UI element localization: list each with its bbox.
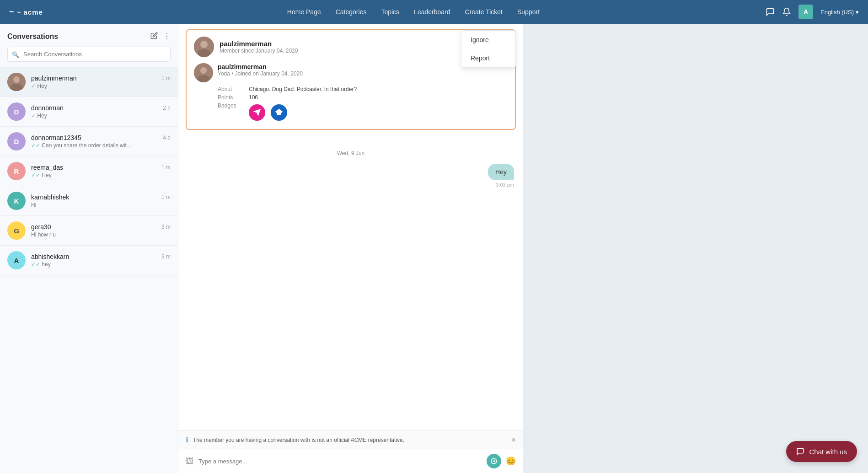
list-item[interactable]: paulzimmerman 1 m ✓ Hey [0,67,178,97]
points-row: Points 106 [218,94,508,101]
emoji-button[interactable]: 😊 [506,456,516,466]
list-item[interactable]: D donnorman12345 4 d ✓✓ Can you share th… [0,127,178,156]
chat-messages-area: Wed, 9 Jun Hey 3:03 pm [178,135,523,430]
conversation-info: abhishekkarn_ 3 m ✓✓ hey [31,253,171,268]
image-attach-button[interactable]: 🖼 [186,457,194,466]
info-icon: ℹ [186,435,188,444]
warning-bar: ℹ The member you are having a conversati… [178,430,523,449]
nav-support[interactable]: Support [517,8,540,16]
conversation-info: donnorman 2 h ✓ Hey [31,104,171,119]
more-options-icon[interactable]: ⋮ [163,32,171,41]
conv-preview: Hi how r u [31,231,171,238]
nav-categories[interactable]: Categories [336,8,367,16]
about-value: Chicago. Dog Dad. Podcaster. In that ord… [249,86,357,92]
conv-time: 4 d [163,134,171,141]
avatar: D [7,102,26,121]
user-card-member-since: Member since January 04, 2020 [220,48,298,54]
message-time: 3:03 pm [496,182,514,188]
conv-preview: ✓ Hey [31,83,171,89]
sidebar-title: Conversations [7,32,58,41]
bell-icon[interactable] [782,7,791,16]
brand-icon: ~ [9,7,14,17]
chat-icon[interactable] [766,7,775,16]
report-menu-item[interactable]: Report [461,49,515,67]
avatar: D [7,132,26,150]
nav-links: Home Page Categories Topics Leaderboard … [61,8,766,16]
conv-time: 1 m [161,194,171,200]
conv-name: paulzimmerman [31,75,77,82]
date-separator: Wed, 9 Jun [188,150,514,156]
right-outer-area [523,24,868,473]
conv-preview: ✓✓ Hey [31,172,171,178]
search-icon: 🔍 [12,51,19,58]
brand-logo[interactable]: ~ ~ acme [9,7,43,17]
list-item[interactable]: K karnabhishek 1 m Hi [0,186,178,216]
warning-close-button[interactable]: ✕ [511,437,516,443]
nav-topics[interactable]: Topics [381,8,399,16]
message-block-right: Hey 3:03 pm [488,164,514,188]
conversation-list: paulzimmerman 1 m ✓ Hey D donnorman 2 h … [0,67,178,473]
conv-preview: Hi [31,202,171,208]
user-avatar[interactable]: A [798,5,813,19]
svg-point-4 [200,41,208,48]
language-selector[interactable]: English (US) ▾ [820,9,859,16]
conversations-sidebar: Conversations ⋮ 🔍 [0,24,178,473]
conv-preview: ✓✓ Can you share the order details wit..… [31,142,171,149]
svg-point-7 [200,67,207,74]
conv-name: gera30 [31,223,51,231]
chat-with-us-button[interactable]: Chat with us [786,441,857,462]
badge-blue-icon [271,104,287,121]
list-item[interactable]: D donnorman 2 h ✓ Hey [0,97,178,127]
ignore-menu-item[interactable]: Ignore [461,31,515,49]
conv-time: 3 m [161,253,171,260]
message-input[interactable] [198,458,482,465]
conv-name: reema_das [31,164,63,171]
list-item[interactable]: R reema_das 1 m ✓✓ Hey [0,156,178,186]
user-info-section: paulzimmerman Member since January 04, 2… [178,24,523,135]
badges-row: Badges [218,102,508,121]
chat-with-us-label: Chat with us [809,448,847,456]
user-meta-table: About Chicago. Dog Dad. Podcaster. In th… [218,86,508,121]
avatar: R [7,162,26,180]
conv-time: 1 m [161,75,171,81]
list-item[interactable]: A abhishekkarn_ 3 m ✓✓ hey [0,246,178,275]
conv-name: karnabhishek [31,194,69,201]
conversation-info: paulzimmerman 1 m ✓ Hey [31,75,171,89]
user-detail-avatar [194,63,213,82]
conv-time: 2 h [163,105,171,111]
navbar: ~ ~ acme Home Page Categories Topics Lea… [0,0,868,24]
user-detail-row: paulzimmerman Yoda • Joined on January 0… [194,63,508,82]
user-info-name-block: paulzimmerman Member since January 04, 2… [220,40,298,54]
nav-homepage[interactable]: Home Page [287,8,321,16]
nav-right: A English (US) ▾ [766,5,859,19]
conv-name: donnorman12345 [31,134,81,141]
list-item[interactable]: G gera30 3 m Hi how r u [0,216,178,246]
points-value: 106 [249,94,258,101]
compose-icon[interactable] [150,32,158,41]
chevron-down-icon: ▾ [856,9,859,16]
conversation-info: karnabhishek 1 m Hi [31,194,171,208]
main-layout: Conversations ⋮ 🔍 [0,24,868,473]
conv-preview: ✓ Hey [31,113,171,119]
nav-leaderboard[interactable]: Leaderboard [414,8,450,16]
svg-point-8 [198,75,209,82]
search-input[interactable] [7,47,171,62]
chat-panel: paulzimmerman Member since January 04, 2… [178,24,523,473]
search-box: 🔍 [7,47,171,62]
brand-name: ~ acme [17,8,43,16]
avatar [7,73,26,91]
about-row: About Chicago. Dog Dad. Podcaster. In th… [218,86,508,92]
conversation-info: donnorman12345 4 d ✓✓ Can you share the … [31,134,171,149]
nav-create-ticket[interactable]: Create Ticket [465,8,503,16]
user-card-name: paulzimmerman [220,40,298,48]
detail-sub: Yoda • Joined on January 04, 2020 [218,70,508,77]
message-input-bar: 🖼 😊 [178,449,523,473]
conv-time: 1 m [161,164,171,171]
send-button[interactable] [487,454,501,468]
context-dropdown-menu: Ignore Report [461,30,516,68]
avatar: K [7,192,26,210]
conv-time: 3 m [161,224,171,230]
conv-name: donnorman [31,104,64,112]
conversation-info: reema_das 1 m ✓✓ Hey [31,164,171,178]
badges-list [249,104,287,121]
